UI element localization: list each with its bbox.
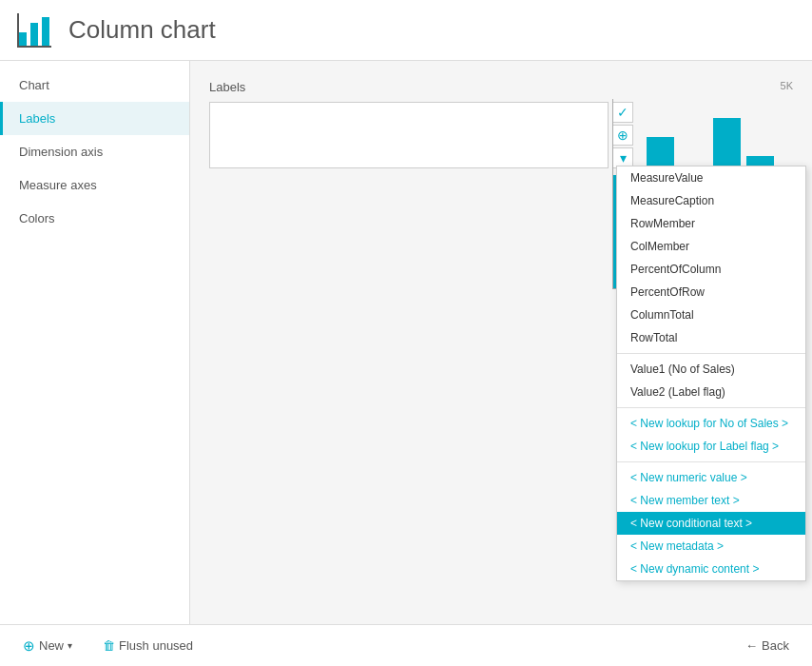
chart-y-max: 5K xyxy=(781,80,793,91)
back-label: Back xyxy=(762,638,789,653)
dropdown-item-new-lookup-no-sales[interactable]: < New lookup for No of Sales > xyxy=(617,412,805,435)
dropdown-divider-2 xyxy=(617,407,805,408)
dropdown-item-percent-of-column[interactable]: PercentOfColumn xyxy=(617,258,805,281)
svg-rect-4 xyxy=(17,13,19,48)
sidebar-item-chart[interactable]: Chart xyxy=(0,69,189,102)
back-arrow-icon: ← xyxy=(745,638,758,653)
dropdown-menu: MeasureValue MeasureCaption RowMember Co… xyxy=(616,166,806,581)
new-label: New xyxy=(39,638,64,653)
back-button[interactable]: ← Back xyxy=(738,635,797,656)
new-icon: ⊕ xyxy=(23,637,35,655)
flush-label: Flush unused xyxy=(119,638,193,653)
dropdown-item-new-metadata[interactable]: < New metadata > xyxy=(617,535,805,558)
sidebar: Chart Labels Dimension axis Measure axes… xyxy=(0,61,190,624)
dropdown-item-new-conditional[interactable]: < New conditional text > xyxy=(617,512,805,535)
dropdown-item-new-member-text[interactable]: < New member text > xyxy=(617,489,805,512)
svg-rect-0 xyxy=(19,32,27,46)
sidebar-item-labels[interactable]: Labels xyxy=(0,102,189,135)
dropdown-item-new-dynamic[interactable]: < New dynamic content > xyxy=(617,558,805,580)
dropdown-item-measure-caption[interactable]: MeasureCaption xyxy=(617,189,805,212)
page-title: Column chart xyxy=(68,15,216,45)
app-header: Column chart xyxy=(0,0,812,61)
sidebar-item-dimension-axis[interactable]: Dimension axis xyxy=(0,135,189,168)
dropdown-item-col-member[interactable]: ColMember xyxy=(617,235,805,258)
dropdown-item-row-member[interactable]: RowMember xyxy=(617,212,805,235)
dropdown-item-column-total[interactable]: ColumnTotal xyxy=(617,304,805,326)
footer-left: ⊕ New ▾ 🗑 Flush unused xyxy=(15,634,201,658)
dropdown-divider-1 xyxy=(617,353,805,354)
column-chart-icon xyxy=(15,10,57,51)
dropdown-item-percent-of-row[interactable]: PercentOfRow xyxy=(617,281,805,304)
flush-button[interactable]: 🗑 Flush unused xyxy=(95,635,201,656)
svg-rect-1 xyxy=(30,23,38,46)
labels-textarea[interactable] xyxy=(209,102,609,168)
flush-icon: 🗑 xyxy=(103,638,115,653)
footer: ⊕ New ▾ 🗑 Flush unused ← Back xyxy=(0,624,812,666)
dropdown-item-value1[interactable]: Value1 (No of Sales) xyxy=(617,358,805,381)
dropdown-item-new-lookup-label-flag[interactable]: < New lookup for Label flag > xyxy=(617,435,805,458)
footer-right: ← Back xyxy=(738,635,797,656)
svg-rect-3 xyxy=(17,46,51,48)
new-chevron-icon: ▾ xyxy=(68,640,72,651)
svg-rect-2 xyxy=(42,17,49,46)
sidebar-item-measure-axes[interactable]: Measure axes xyxy=(0,168,189,202)
dropdown-item-measure-value[interactable]: MeasureValue xyxy=(617,166,805,189)
dropdown-divider-3 xyxy=(617,461,805,462)
dropdown-item-row-total[interactable]: RowTotal xyxy=(617,326,805,349)
content-area: Labels ✓ ⊕ ▾ 5K Canada Denmark France xyxy=(190,61,812,624)
dropdown-item-value2[interactable]: Value2 (Label flag) xyxy=(617,381,805,403)
dropdown-item-new-numeric[interactable]: < New numeric value > xyxy=(617,466,805,489)
sidebar-item-colors[interactable]: Colors xyxy=(0,202,189,235)
new-button[interactable]: ⊕ New ▾ xyxy=(15,634,80,658)
main-layout: Chart Labels Dimension axis Measure axes… xyxy=(0,61,812,624)
